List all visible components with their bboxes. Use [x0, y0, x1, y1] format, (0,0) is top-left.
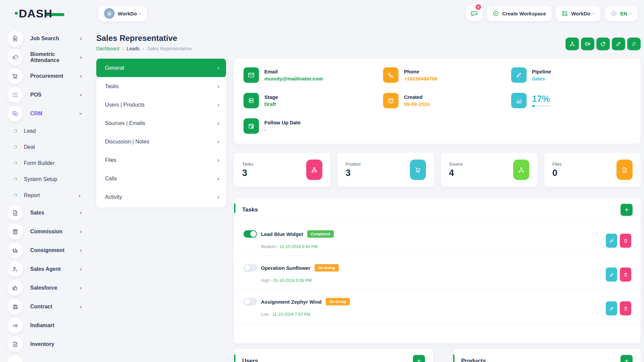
delete-task-button[interactable] — [620, 267, 631, 282]
workspace-menu-button[interactable]: WorkDo › — [556, 6, 600, 21]
sidebar-item-label: Report — [24, 192, 40, 198]
stat-label: Source — [449, 162, 463, 167]
tab-tasks[interactable]: Tasks › — [96, 77, 226, 96]
sidebar-item-label: System Setup — [24, 176, 57, 182]
sidebar-subitem-deal[interactable]: Deal — [7, 141, 91, 154]
tab-activity[interactable]: Activity › — [96, 188, 226, 206]
truck-icon — [7, 243, 23, 258]
labels-button[interactable] — [596, 38, 610, 50]
sidebar-item-indiamart[interactable]: Indiamart — [7, 318, 91, 333]
task-row: Assignment Zephyr Wind On Going Low - 11… — [234, 290, 641, 323]
sidebar-item-biometric-attendance[interactable]: Biometric Attendance › — [7, 50, 91, 65]
lead-progress-value: 17% — [532, 95, 551, 104]
logo-text: DASH — [19, 7, 52, 20]
delete-task-button[interactable] — [620, 234, 631, 248]
stat-tasks: Tasks 3 — [234, 153, 330, 187]
chevron-right-icon: › — [80, 35, 82, 42]
sidebar-subitem-lead[interactable]: Lead — [7, 125, 91, 138]
task-status-badge: On Going — [326, 298, 350, 305]
cart-icon — [410, 160, 426, 180]
tab-users-products[interactable]: Users | Products › — [96, 96, 226, 114]
sidebar-item-label: Lead — [24, 128, 36, 134]
field-value: +16239488788 — [404, 76, 438, 81]
sidebar-item-crm[interactable]: CRM › — [7, 106, 91, 121]
tab-general[interactable]: General › — [96, 59, 226, 77]
add-product-button[interactable]: + — [621, 355, 633, 362]
tab-label: Discussion | Notes — [105, 139, 149, 145]
task-toggle[interactable] — [244, 264, 257, 272]
calendar-icon — [383, 93, 398, 108]
sidebar-subitem-form-builder[interactable]: Form Builder — [7, 157, 91, 170]
field-value: - — [264, 127, 301, 132]
field-value: 09-09-2024 — [404, 101, 430, 107]
tab-calls[interactable]: Calls › — [96, 169, 226, 188]
sidebar: Job Search › Biometric Attendance › Proc… — [0, 27, 91, 362]
tab-sources-emails[interactable]: Sources | Emails › — [96, 114, 226, 132]
breadcrumb-dashboard[interactable]: Dashboard — [96, 46, 119, 51]
chevron-right-icon: › — [217, 102, 219, 108]
messages-button[interactable]: 0 — [466, 6, 482, 21]
sidebar-item-procurement[interactable]: Procurement › — [7, 68, 91, 84]
stat-files: Files 0 — [544, 153, 641, 187]
create-workspace-button[interactable]: Create Workspace — [487, 6, 551, 21]
task-datetime: 01-10-2024 5:55 PM — [273, 278, 312, 283]
breadcrumb: Dashboard › Leads › Sales Representative — [96, 46, 192, 51]
main-content: Sales Representative Dashboard › Leads ›… — [91, 27, 644, 362]
chevron-right-icon: › — [80, 209, 82, 216]
sidebar-item-sales[interactable]: Sales › — [7, 205, 91, 221]
sidebar-item-label: Inventory — [30, 341, 54, 347]
convert-to-deal-button[interactable] — [566, 38, 579, 50]
edit-button[interactable] — [612, 38, 625, 50]
sidebar-item-label: Indiamart — [30, 322, 54, 328]
envelope-icon — [244, 67, 259, 83]
sidebar-item-pos[interactable]: POS › — [7, 87, 91, 103]
sidebar-item-partial[interactable] — [7, 355, 91, 362]
sidebar-item-job-search[interactable]: Job Search › — [7, 31, 91, 46]
sidebar-subitem-report[interactable]: Report › — [7, 189, 91, 202]
calendar-clock-icon — [244, 118, 259, 134]
task-toggle[interactable] — [244, 230, 257, 238]
breadcrumb-separator-icon: › — [143, 46, 144, 51]
tab-files[interactable]: Files › — [96, 151, 226, 169]
task-toggle[interactable] — [244, 298, 257, 305]
sidebar-item-salesforce[interactable]: Salesforce › — [7, 280, 91, 296]
meta-separator: - — [271, 278, 272, 283]
breadcrumb-current: Sales Representative — [147, 46, 192, 51]
add-user-button[interactable]: + — [413, 355, 425, 362]
field-follow-up: Follow Up Date - — [244, 118, 383, 134]
general-info-card: Email munuty@mailinator.com Phone +16239… — [234, 59, 641, 144]
edit-task-button[interactable] — [606, 301, 617, 315]
layout-icon — [7, 106, 23, 121]
sidebar-item-commission[interactable]: Commission › — [7, 224, 91, 239]
sidebar-subitem-system-setup[interactable]: System Setup — [7, 173, 91, 186]
calculator-icon — [7, 224, 23, 239]
sidebar-item-inventory[interactable]: Inventory — [7, 337, 91, 352]
tab-discussion-notes[interactable]: Discussion | Notes › — [96, 132, 226, 151]
bar-chart-icon — [511, 93, 527, 108]
meta-separator: - — [270, 312, 271, 317]
ring-icon — [13, 161, 18, 166]
language-selector[interactable]: EN › — [605, 6, 637, 21]
task-meta: Low - 11-10-2024 7:57 PM — [261, 312, 631, 317]
sidebar-item-contract[interactable]: Contract › — [7, 299, 91, 314]
delete-task-button[interactable] — [620, 301, 631, 315]
field-value: Draft — [264, 101, 278, 107]
sidebar-item-sales-agent[interactable]: Sales Agent › — [7, 261, 91, 277]
ring-icon — [13, 129, 18, 134]
stat-product: Product 3 — [337, 153, 434, 187]
sidebar-item-consignment[interactable]: Consignment › — [7, 243, 91, 258]
breadcrumb-leads[interactable]: Leads — [127, 46, 140, 51]
ring-icon — [13, 193, 18, 198]
sidebar-item-label: Job Search — [30, 36, 59, 42]
chevron-right-icon: › — [217, 120, 219, 127]
edit-task-button[interactable] — [606, 267, 617, 282]
refresh-button[interactable] — [627, 38, 641, 50]
edit-task-button[interactable] — [606, 234, 617, 248]
add-task-button[interactable]: + — [621, 204, 633, 216]
workspace-selector[interactable]: WorkDo › — [99, 6, 147, 21]
video-call-button[interactable] — [581, 38, 594, 50]
chevron-right-icon: › — [80, 266, 82, 273]
building-avatar-icon — [104, 8, 115, 19]
chevron-right-icon: › — [80, 247, 82, 254]
section-title: Users — [242, 358, 258, 362]
